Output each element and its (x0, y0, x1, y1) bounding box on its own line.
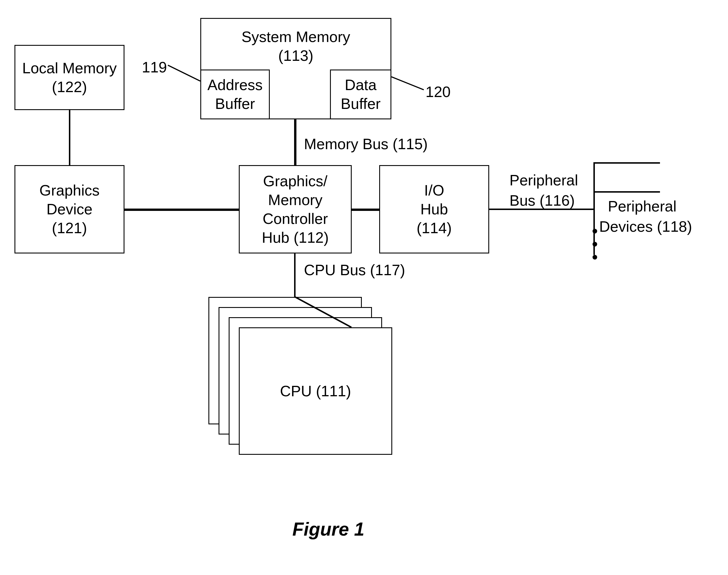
block-data-buffer: Data Buffer (330, 70, 391, 120)
block-io-hub: I/O Hub (114) (379, 165, 489, 253)
block-cpu: CPU (111) (239, 327, 392, 455)
system-memory-ref: (113) (278, 46, 313, 65)
io-hub-l1: I/O (424, 181, 444, 200)
cpu-bus-diagonal (295, 297, 353, 329)
ref-119-label: 119 (142, 58, 167, 77)
ellipsis-dot-1 (592, 229, 597, 234)
ref-120-label: 120 (426, 82, 451, 101)
graphics-device-l1: Graphics (39, 181, 100, 200)
figure-caption: Figure 1 (292, 518, 364, 540)
leader-119 (168, 65, 201, 82)
block-gmch: Graphics/ Memory Controller Hub (112) (239, 165, 352, 253)
diagram-canvas: System Memory (113) Address Buffer Data … (0, 0, 728, 575)
label-peripheral-bus-l2: Bus (116) (509, 191, 575, 210)
system-memory-title: System Memory (242, 28, 350, 46)
gmch-l1: Graphics/ (263, 172, 328, 191)
block-address-buffer: Address Buffer (200, 70, 270, 120)
peripheral-line-1 (593, 162, 660, 164)
io-hub-l2: Hub (420, 200, 448, 219)
io-hub-l3: (114) (416, 219, 451, 238)
conn-graphicsdev-gmch (124, 209, 239, 211)
local-memory-l1: Local Memory (22, 59, 117, 78)
block-graphics-device: Graphics Device (121) (14, 165, 124, 253)
ellipsis-dot-2 (592, 242, 597, 246)
ellipsis-dot-3 (592, 255, 597, 260)
data-buffer-l2: Buffer (341, 95, 380, 113)
svg-line-0 (168, 65, 200, 81)
gmch-l2: Memory (268, 191, 323, 209)
gmch-l4: Hub (112) (262, 228, 329, 247)
label-memory-bus: Memory Bus (115) (304, 135, 428, 154)
conn-memory-bus (294, 120, 296, 165)
peripheral-line-3 (593, 191, 660, 193)
label-cpu-bus: CPU Bus (117) (304, 261, 405, 279)
conn-iohub-to-split (489, 209, 507, 210)
label-peripheral-devices-l1: Peripheral (608, 197, 677, 216)
address-buffer-l1: Address (208, 76, 263, 95)
leader-120 (391, 77, 425, 93)
conn-cpu-bus (294, 253, 296, 297)
block-local-memory: Local Memory (122) (14, 45, 124, 110)
peripheral-line-2 (507, 209, 595, 210)
svg-line-2 (295, 297, 352, 327)
label-peripheral-devices-l2: Devices (118) (599, 217, 692, 236)
cpu-label: CPU (111) (280, 382, 351, 401)
graphics-device-l2: Device (47, 200, 93, 219)
gmch-l3: Controller (262, 209, 328, 228)
graphics-device-l3: (121) (52, 219, 87, 238)
conn-localmem-graphicsdev (69, 110, 70, 165)
svg-line-1 (391, 77, 424, 90)
conn-gmch-iohub (352, 209, 379, 211)
label-peripheral-bus-l1: Peripheral (509, 171, 578, 190)
local-memory-l2: (122) (52, 78, 87, 97)
address-buffer-l2: Buffer (215, 95, 255, 113)
data-buffer-l1: Data (345, 76, 376, 95)
